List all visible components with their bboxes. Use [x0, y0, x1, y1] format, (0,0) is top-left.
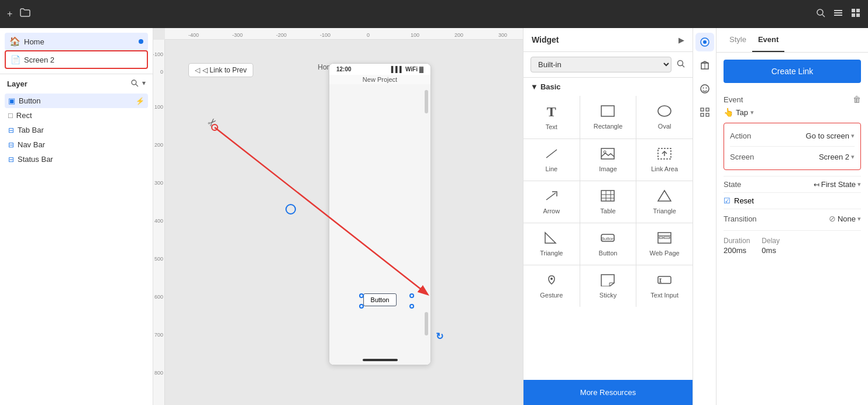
icon-bar-emoji[interactable]	[695, 79, 714, 98]
icon-bar-grid[interactable]	[695, 103, 714, 122]
widget-title: Widget	[532, 35, 559, 44]
state-value-selector[interactable]: ↤ First State ▾	[814, 180, 861, 189]
transition-label: Transition	[724, 214, 757, 223]
widget-text[interactable]: T Text	[523, 96, 580, 139]
layer-navbar-label: Nav Bar	[18, 140, 144, 149]
ruler-v-mark: 800	[154, 370, 163, 376]
layer-item-rect[interactable]: □ Rect	[5, 108, 148, 123]
tap-selector[interactable]: 👆 Tap ▾	[724, 108, 861, 117]
list-view-icon[interactable]	[833, 8, 843, 20]
layer-rect-icon: □	[8, 111, 13, 120]
action-value-selector[interactable]: Go to screen ▾	[806, 131, 855, 140]
table-widget-label: Table	[600, 207, 615, 214]
ruler-v-mark: 500	[154, 256, 163, 262]
widget-sticky[interactable]: Sticky	[580, 265, 636, 307]
svg-point-49	[702, 88, 704, 89]
basic-collapse-icon: ▼	[531, 82, 538, 91]
folder-icon[interactable]	[19, 7, 31, 21]
more-resources-button[interactable]: More Resources	[523, 380, 693, 405]
transition-value-selector[interactable]: ⊘ None ▾	[829, 214, 861, 223]
battery-icon: ▓	[419, 66, 423, 72]
right-panel-body: Create Link Event 🗑 👆 Tap ▾ Action Go to…	[717, 53, 868, 405]
ruler-vertical: -100 0 100 200 300 400 500 600 700 800	[153, 40, 165, 405]
layer-item-tabbar[interactable]: ⊟ Tab Bar	[5, 123, 148, 137]
svg-point-0	[817, 9, 823, 15]
grid-view-icon[interactable]	[850, 8, 861, 20]
sidebar-item-home[interactable]: 🏠 Home	[5, 33, 148, 50]
layer-item-button[interactable]: ▣ Button ⚡	[5, 94, 148, 108]
layer-tabbar-icon: ⊟	[8, 126, 14, 134]
layer-item-navbar[interactable]: ⊟ Nav Bar	[5, 137, 148, 152]
ruler-mark: -400	[188, 32, 199, 38]
state-chevron: ▾	[857, 181, 861, 188]
icon-bar-cube[interactable]	[695, 56, 714, 75]
canvas-area[interactable]: -400 -300 -200 -100 0 100 200 300 400 50…	[153, 28, 523, 405]
delay-value[interactable]: 0ms	[762, 246, 780, 255]
layers-search-icon[interactable]	[130, 79, 139, 89]
tap-icon: 👆	[724, 108, 733, 117]
svg-line-15	[682, 65, 684, 67]
conn-point-br	[409, 304, 414, 309]
svg-point-50	[705, 88, 707, 89]
layer-item-statusbar[interactable]: ⊟ Status Bar	[5, 152, 148, 167]
state-row-label: State	[724, 180, 741, 189]
svg-rect-24	[601, 191, 614, 201]
screen-value-selector[interactable]: Screen 2 ▾	[819, 153, 855, 161]
widget-image[interactable]: Image	[580, 139, 636, 181]
ruler-mark: 100	[411, 32, 419, 38]
widget-rectangle[interactable]: Rectangle	[580, 96, 636, 139]
duration-value[interactable]: 200ms	[724, 246, 750, 255]
image-widget-icon	[600, 147, 615, 162]
screen2-icon: 📄	[11, 55, 20, 64]
widget-text-input[interactable]: Text Input	[636, 265, 693, 307]
link-to-prev-button[interactable]: ◁ ◁ Link to Prev	[188, 63, 253, 77]
text-input-widget-label: Text Input	[650, 292, 678, 299]
reset-row: ☑ Reset	[724, 192, 861, 209]
widget-panel-header: Widget ▶	[523, 28, 693, 52]
triangle-widget-icon	[657, 189, 672, 204]
widget-arrow[interactable]: Arrow	[523, 181, 580, 223]
icon-bar-target[interactable]	[695, 33, 714, 51]
widget-triangle2[interactable]: Triangle	[523, 223, 580, 265]
widget-gesture[interactable]: Gesture	[523, 265, 580, 307]
oval-widget-icon	[657, 105, 672, 119]
tab-event[interactable]: Event	[752, 28, 784, 52]
svg-rect-35	[659, 237, 663, 238]
widget-section-basic[interactable]: ▼ Basic	[523, 78, 693, 96]
widget-oval[interactable]: Oval	[636, 96, 693, 139]
svg-rect-19	[601, 148, 614, 159]
widget-search-icon[interactable]	[676, 59, 686, 70]
widget-filter: Built-in Custom	[523, 52, 693, 78]
action-screen-box: Action Go to screen ▾ Screen Screen 2 ▾	[724, 123, 861, 170]
widget-arrow-icon[interactable]: ▶	[678, 36, 684, 44]
widget-filter-select[interactable]: Built-in Custom	[531, 57, 671, 72]
image-widget-label: Image	[599, 165, 617, 172]
widget-button[interactable]: Button Button	[580, 223, 636, 265]
sidebar-item-screen2[interactable]: 📄 Screen 2	[5, 50, 148, 69]
table-widget-icon	[600, 189, 615, 204]
triangle-widget-label: Triangle	[653, 207, 676, 214]
project-title: New Project	[363, 76, 397, 83]
create-link-button[interactable]: Create Link	[724, 60, 861, 83]
phone-header: New Project	[329, 75, 430, 84]
widget-line[interactable]: Line	[523, 139, 580, 181]
widget-table[interactable]: Table	[580, 181, 636, 223]
main-area: 🏠 Home 📄 Screen 2 Layer ▾ ▣	[0, 28, 868, 405]
widget-link-area[interactable]: Link Area	[636, 139, 693, 181]
tab-style[interactable]: Style	[724, 28, 752, 52]
svg-point-37	[550, 278, 553, 280]
delete-icon[interactable]: 🗑	[853, 95, 861, 104]
add-icon[interactable]: +	[7, 9, 12, 19]
widget-webpage[interactable]: Web Page	[636, 223, 693, 265]
search-toolbar-icon[interactable]	[815, 8, 826, 20]
widget-triangle[interactable]: Triangle	[636, 181, 693, 223]
reset-checkbox[interactable]: ☑	[724, 196, 731, 205]
rotate-handle[interactable]: ↻	[436, 331, 443, 342]
phone-button-widget[interactable]: Button	[363, 293, 397, 306]
layers-expand-icon[interactable]: ▾	[142, 79, 146, 89]
text-widget-label: Text	[546, 123, 557, 130]
ruler-mark: -300	[232, 32, 243, 38]
phone-status-icons: ▌▌▌ WiFi ▓	[391, 66, 423, 72]
link-area-widget-label: Link Area	[651, 165, 678, 172]
canvas-content[interactable]: ◁ ◁ Link to Prev Home - State 1 ● ✂ 12:0…	[165, 40, 523, 405]
